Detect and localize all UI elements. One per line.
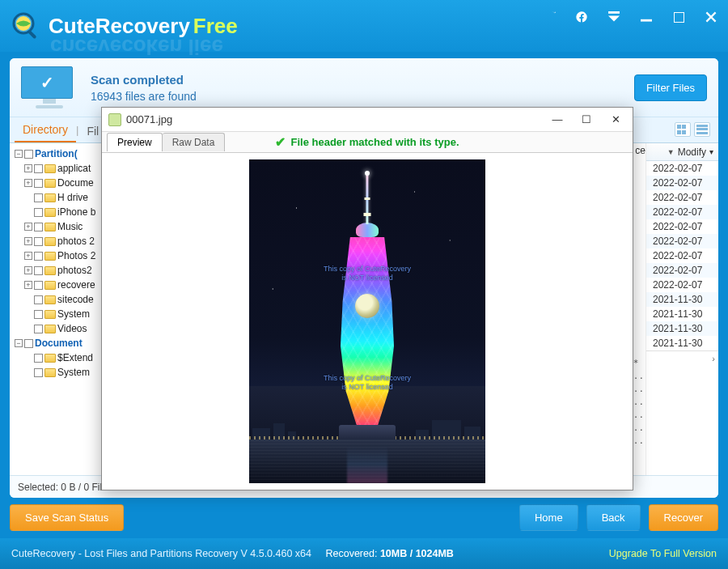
- expand-icon[interactable]: [24, 368, 32, 376]
- view-list-icon[interactable]: [694, 122, 710, 137]
- folder-icon: [44, 310, 56, 319]
- maximize-icon[interactable]: [671, 10, 686, 24]
- date-cell[interactable]: 2021-11-30: [646, 292, 718, 307]
- preview-close-icon[interactable]: ✕: [608, 113, 623, 125]
- save-scan-status-button[interactable]: Save Scan Status: [10, 504, 124, 531]
- expand-icon[interactable]: +: [24, 252, 32, 260]
- minimize-icon[interactable]: [639, 10, 654, 24]
- recover-button[interactable]: Recover: [649, 504, 718, 531]
- tree-item[interactable]: +Music: [15, 219, 114, 234]
- folder-icon: [44, 281, 56, 290]
- close-icon[interactable]: [704, 10, 718, 24]
- scan-status-text: Scan completed 16943 files are found: [91, 73, 197, 103]
- preview-msg-text: File header matched with its type.: [290, 136, 459, 148]
- date-cell[interactable]: 2021-11-30: [646, 336, 718, 350]
- tab-directory[interactable]: Directory: [15, 118, 76, 142]
- date-cell[interactable]: 2022-02-07: [646, 219, 718, 234]
- expand-icon[interactable]: [24, 193, 32, 202]
- back-button[interactable]: Back: [586, 504, 641, 531]
- checkbox[interactable]: [34, 223, 43, 231]
- tree-item[interactable]: System: [15, 307, 114, 321]
- view-grid-icon[interactable]: [675, 122, 691, 137]
- tree-item[interactable]: Videos: [15, 321, 114, 336]
- tree-root-documents[interactable]: Document: [35, 338, 83, 349]
- expand-icon[interactable]: −: [15, 150, 23, 158]
- checkbox[interactable]: [24, 150, 33, 159]
- tree-root-partition[interactable]: Partition(: [35, 148, 78, 159]
- preview-titlebar[interactable]: 00071.jpg — ☐ ✕: [102, 108, 633, 132]
- check-icon: ✔: [275, 134, 286, 150]
- directory-tree[interactable]: −Partition( +applicat+DocumeH driveiPhon…: [10, 143, 115, 478]
- date-cell[interactable]: 2022-02-07: [646, 278, 718, 292]
- preview-minimize-icon[interactable]: —: [550, 113, 565, 125]
- checkbox[interactable]: [34, 208, 43, 217]
- date-cell[interactable]: 2022-02-07: [646, 263, 718, 278]
- preview-maximize-icon[interactable]: ☐: [579, 113, 594, 125]
- tree-item-label: System: [57, 308, 90, 320]
- svg-rect-4: [608, 11, 620, 14]
- expand-icon[interactable]: [24, 310, 32, 318]
- column-menu-icon[interactable]: ▾: [709, 147, 713, 156]
- checkbox[interactable]: [34, 325, 43, 333]
- title-reflection: cncevecoken liee: [50, 34, 223, 59]
- preview-tab-preview[interactable]: Preview: [107, 133, 163, 151]
- expand-icon[interactable]: [24, 325, 32, 333]
- tree-item[interactable]: +photos 2: [15, 234, 114, 248]
- checkbox[interactable]: [34, 281, 43, 290]
- preview-tab-rawdata[interactable]: Raw Data: [163, 133, 226, 151]
- tree-item[interactable]: +Photos 2: [15, 248, 114, 263]
- expand-icon[interactable]: −: [15, 339, 23, 347]
- expand-icon[interactable]: +: [24, 223, 32, 231]
- expand-icon[interactable]: [24, 208, 32, 216]
- date-cell[interactable]: 2021-11-30: [646, 321, 718, 336]
- expand-icon[interactable]: +: [24, 164, 32, 172]
- tree-item[interactable]: iPhone b: [15, 205, 114, 219]
- filter-files-button[interactable]: Filter Files: [634, 74, 707, 101]
- checkbox[interactable]: [24, 339, 33, 348]
- date-cell[interactable]: 2022-02-07: [646, 190, 718, 205]
- checkbox[interactable]: [34, 252, 43, 261]
- tree-item[interactable]: System: [15, 365, 114, 380]
- home-button[interactable]: Home: [519, 504, 578, 531]
- date-cell[interactable]: 2022-02-07: [646, 176, 718, 190]
- tree-item[interactable]: +recovere: [15, 278, 114, 292]
- expand-icon[interactable]: +: [24, 179, 32, 187]
- svg-rect-3: [28, 30, 36, 39]
- facebook-icon[interactable]: [574, 10, 589, 24]
- checkbox[interactable]: [34, 266, 43, 275]
- checkbox[interactable]: [34, 295, 43, 304]
- dropdown-icon[interactable]: [607, 10, 621, 24]
- date-cell[interactable]: 2022-02-07: [646, 205, 718, 219]
- h-scroll-indicator[interactable]: ›: [646, 350, 718, 365]
- expand-icon[interactable]: [24, 354, 32, 362]
- tree-item[interactable]: +photos2: [15, 263, 114, 278]
- checkbox[interactable]: [34, 164, 43, 173]
- checkbox[interactable]: [34, 193, 43, 202]
- checkbox[interactable]: [34, 310, 43, 319]
- preview-tab-bar: Preview Raw Data ✔ File header matched w…: [102, 132, 633, 153]
- sort-down-icon[interactable]: ▼: [667, 148, 675, 156]
- column-label-modify: Modify: [678, 146, 706, 158]
- expand-icon[interactable]: +: [24, 266, 32, 274]
- checkbox[interactable]: [34, 237, 43, 246]
- folder-icon: [44, 368, 56, 377]
- expand-icon[interactable]: [24, 295, 32, 304]
- date-cell[interactable]: 2021-11-30: [646, 307, 718, 321]
- expand-icon[interactable]: +: [24, 237, 32, 245]
- checkbox[interactable]: [34, 179, 43, 188]
- date-cell[interactable]: 2022-02-07: [646, 161, 718, 176]
- twitter-icon[interactable]: [542, 10, 557, 24]
- date-cell[interactable]: 2022-02-07: [646, 248, 718, 263]
- tree-item[interactable]: +Docume: [15, 176, 114, 190]
- tree-item[interactable]: +applicat: [15, 161, 114, 176]
- checkbox[interactable]: [34, 368, 43, 377]
- tree-item[interactable]: H drive: [15, 190, 114, 205]
- tree-item[interactable]: sitecode: [15, 292, 114, 307]
- checkbox[interactable]: [34, 354, 43, 363]
- expand-icon[interactable]: +: [24, 281, 32, 289]
- column-header-modify[interactable]: ▼ Modify ▾: [646, 143, 718, 161]
- tree-item[interactable]: $Extend: [15, 350, 114, 365]
- date-cell[interactable]: 2022-02-07: [646, 234, 718, 248]
- window-controls: [542, 10, 718, 24]
- upgrade-link[interactable]: Upgrade To Full Version: [609, 548, 717, 559]
